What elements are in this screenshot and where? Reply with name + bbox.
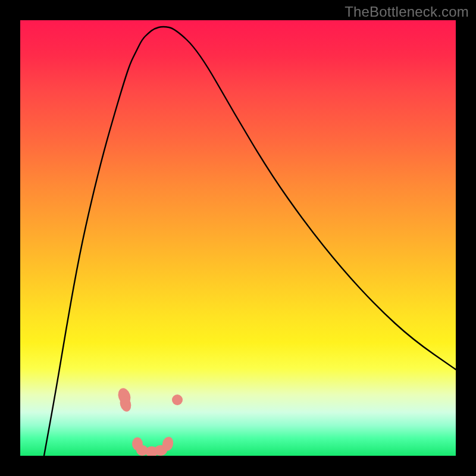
- bottleneck-curve: [20, 20, 456, 456]
- plot-area: [20, 20, 456, 456]
- watermark-text: TheBottleneck.com: [345, 4, 469, 20]
- curve-marker: [172, 394, 183, 405]
- chart-frame: TheBottleneck.com: [0, 0, 476, 476]
